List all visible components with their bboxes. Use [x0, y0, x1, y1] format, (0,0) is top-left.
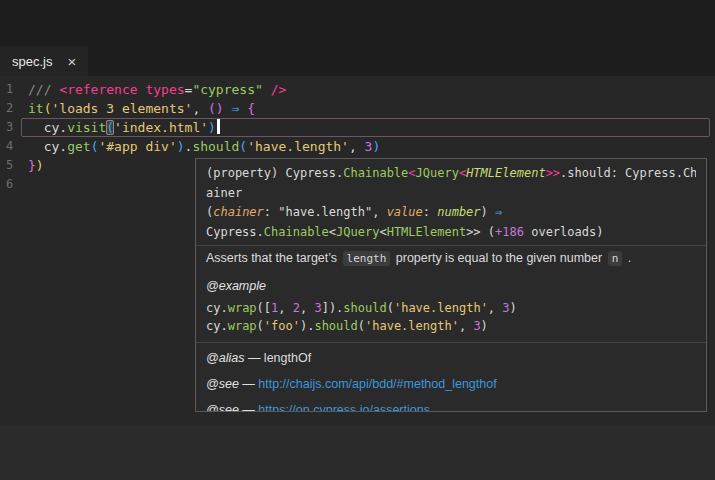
doc-see-link: @see — https://on.cypress.io/assertions	[206, 402, 696, 412]
signature-line: (property) Cypress.Chainable<JQuery<HTML…	[206, 164, 696, 184]
vscode-window: spec.js × 1 /// <reference types="cypres…	[0, 0, 715, 480]
line-number: 6	[0, 175, 28, 194]
code-text: it('loads 3 elements', () ⇒ {	[28, 99, 255, 118]
doc-link[interactable]: http://chaijs.com/api/bdd/#method_length…	[258, 377, 496, 391]
code-text: cy.get('#app div').should('have.length',…	[28, 137, 380, 156]
code-line[interactable]: 1 /// <reference types="cypress" />	[0, 80, 715, 99]
hover-tooltip: (property) Cypress.Chainable<JQuery<HTML…	[195, 158, 707, 412]
tab-filename: spec.js	[12, 54, 52, 69]
tooltip-divider	[196, 342, 706, 343]
doc-link[interactable]: https://on.cypress.io/assertions	[258, 403, 430, 412]
signature-line: Cypress.Chainable<JQuery<HTMLElement>> (…	[206, 223, 696, 243]
signature-line: (chainer: "have.length", value: number) …	[206, 203, 696, 223]
code-line[interactable]: 4 cy.get('#app div').should('have.length…	[0, 137, 715, 156]
example-code-line: cy.wrap('foo').should('have.length', 3)	[206, 317, 696, 335]
code-line[interactable]: 3 cy.visit('index.html')	[0, 118, 715, 137]
example-code-line: cy.wrap([1, 2, 3]).should('have.length',…	[206, 299, 696, 317]
text-cursor	[217, 119, 220, 134]
line-number: 1	[0, 80, 28, 99]
line-number: 5	[0, 156, 28, 175]
code-text: /// <reference types="cypress" />	[28, 80, 286, 99]
code-text: cy.visit('index.html')	[28, 118, 220, 137]
code-text: })	[28, 156, 44, 175]
tab-spec-js[interactable]: spec.js ×	[0, 46, 88, 76]
doc-description: Asserts that the target’s length propert…	[206, 250, 696, 267]
bottom-strip	[0, 426, 715, 480]
tooltip-signature: (property) Cypress.Chainable<JQuery<HTML…	[196, 159, 706, 242]
code-line[interactable]: 2 it('loads 3 elements', () ⇒ {	[0, 99, 715, 118]
line-number: 4	[0, 137, 28, 156]
tooltip-divider	[196, 245, 706, 246]
doc-example-code: cy.wrap([1, 2, 3]).should('have.length',…	[206, 299, 696, 335]
tab-bar: spec.js ×	[0, 0, 715, 76]
doc-alias: @alias — lengthOf	[206, 350, 696, 366]
doc-see-link: @see — http://chaijs.com/api/bdd/#method…	[206, 376, 696, 392]
signature-line: ainer	[206, 184, 696, 204]
doc-example-tag: @example	[206, 278, 696, 294]
line-number: 3	[0, 118, 28, 137]
line-number: 2	[0, 99, 28, 118]
close-icon[interactable]: ×	[67, 54, 76, 69]
tooltip-docs: Asserts that the target’s length propert…	[196, 250, 706, 412]
